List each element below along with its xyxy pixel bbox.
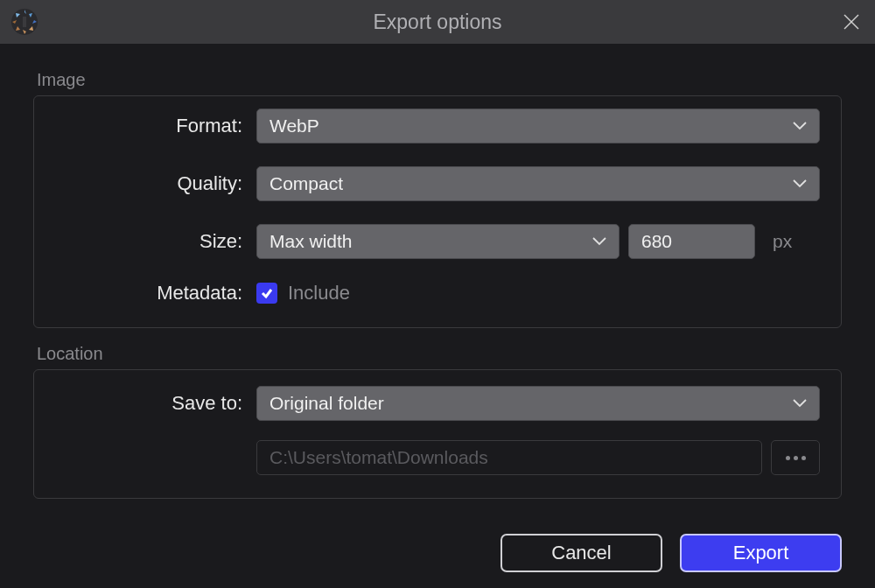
metadata-row: Metadata: Include xyxy=(55,282,820,304)
titlebar: Export options xyxy=(0,0,875,44)
location-group: Location Save to: Original folder xyxy=(33,344,842,499)
app-icon xyxy=(9,6,40,38)
cancel-label: Cancel xyxy=(551,542,611,564)
saveto-select[interactable]: Original folder xyxy=(256,386,820,421)
metadata-checkbox[interactable] xyxy=(256,283,277,304)
path-value: C:\Users\tomat\Downloads xyxy=(270,447,488,468)
image-group: Image Format: WebP Quality: Com xyxy=(33,70,842,328)
format-select[interactable]: WebP xyxy=(256,108,820,144)
quality-select[interactable]: Compact xyxy=(256,166,820,201)
size-unit-label: px xyxy=(773,231,792,252)
chevron-down-icon xyxy=(793,122,807,130)
path-input: C:\Users\tomat\Downloads xyxy=(256,440,762,475)
cancel-button[interactable]: Cancel xyxy=(500,534,662,572)
quality-value: Compact xyxy=(270,173,793,194)
size-value-input[interactable]: 680 xyxy=(628,224,755,259)
saveto-row: Save to: Original folder xyxy=(55,386,820,421)
close-button[interactable] xyxy=(838,9,864,35)
size-label: Size: xyxy=(55,230,256,253)
svg-rect-1 xyxy=(23,17,26,27)
saveto-label: Save to: xyxy=(55,392,256,415)
ellipsis-icon xyxy=(786,456,790,460)
size-mode-value: Max width xyxy=(270,231,592,252)
metadata-include-label: Include xyxy=(288,282,350,304)
export-label: Export xyxy=(733,542,789,564)
chevron-down-icon xyxy=(592,237,606,246)
export-button[interactable]: Export xyxy=(680,534,842,572)
quality-label: Quality: xyxy=(55,172,256,195)
location-group-label: Location xyxy=(33,344,842,364)
dialog-title: Export options xyxy=(373,10,501,34)
quality-row: Quality: Compact xyxy=(55,166,820,201)
size-mode-select[interactable]: Max width xyxy=(256,224,620,259)
saveto-value: Original folder xyxy=(270,393,793,414)
format-value: WebP xyxy=(270,116,793,136)
size-row: Size: Max width 680 px xyxy=(55,224,820,259)
image-group-label: Image xyxy=(33,70,842,90)
path-row: C:\Users\tomat\Downloads xyxy=(55,440,820,475)
format-row: Format: WebP xyxy=(55,108,820,144)
format-label: Format: xyxy=(55,115,256,137)
button-bar: Cancel Export xyxy=(0,516,875,572)
chevron-down-icon xyxy=(793,179,807,188)
browse-button[interactable] xyxy=(771,440,820,475)
chevron-down-icon xyxy=(793,399,807,408)
metadata-label: Metadata: xyxy=(55,282,256,304)
size-value: 680 xyxy=(641,231,672,252)
